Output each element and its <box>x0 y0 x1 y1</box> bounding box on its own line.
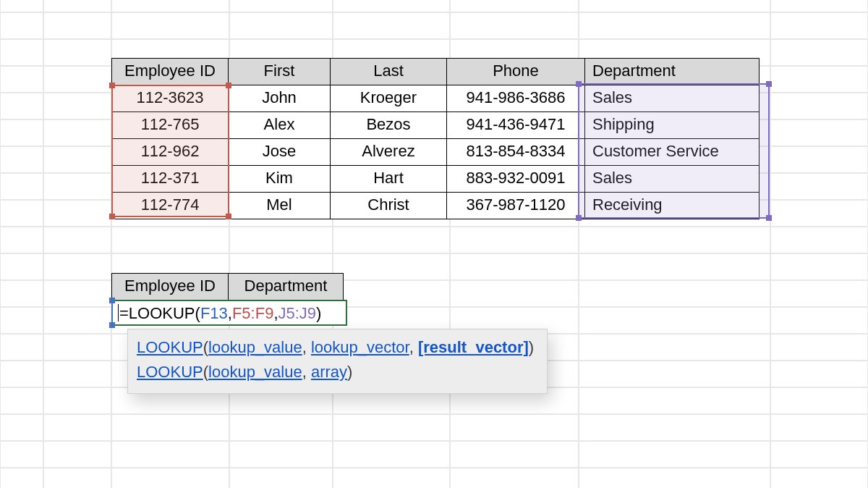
cell-last[interactable]: Alverez <box>331 139 447 166</box>
grid-cell[interactable] <box>579 307 770 334</box>
grid-cell[interactable] <box>0 361 43 387</box>
grid-cell[interactable] <box>43 307 111 334</box>
grid-cell[interactable] <box>43 441 111 468</box>
grid-cell[interactable] <box>450 12 579 39</box>
grid-cell[interactable] <box>450 468 579 488</box>
header-first[interactable]: First <box>229 59 331 85</box>
grid-cell[interactable] <box>0 280 43 307</box>
grid-cell[interactable] <box>333 0 450 12</box>
grid-cell[interactable] <box>333 468 450 488</box>
cell-employee-id[interactable]: 112-371 <box>112 166 229 193</box>
grid-cell[interactable] <box>770 39 868 66</box>
grid-cell[interactable] <box>0 253 43 280</box>
table-row[interactable]: 112-774MelChrist367-987-1120Receiving <box>112 193 760 219</box>
grid-cell[interactable] <box>229 441 333 468</box>
header-employee-id[interactable]: Employee ID <box>112 59 229 85</box>
grid-cell[interactable] <box>111 12 229 39</box>
cell-employee-id[interactable]: 112-3623 <box>112 85 229 112</box>
cell-phone[interactable]: 367-987-1120 <box>447 193 585 219</box>
grid-cell[interactable] <box>579 414 770 441</box>
grid-cell[interactable] <box>770 146 868 173</box>
table-row[interactable]: 112-765AlexBezos941-436-9471Shipping <box>112 112 760 139</box>
cell-phone[interactable]: 941-436-9471 <box>447 112 585 139</box>
grid-cell[interactable] <box>770 93 868 119</box>
grid-cell[interactable] <box>43 0 111 12</box>
grid-cell[interactable] <box>43 12 111 39</box>
grid-cell[interactable] <box>770 307 868 334</box>
grid-cell[interactable] <box>579 441 770 468</box>
grid-cell[interactable] <box>0 66 43 93</box>
grid-cell[interactable] <box>333 253 450 280</box>
grid-cell[interactable] <box>43 173 111 200</box>
grid-cell[interactable] <box>450 280 579 307</box>
grid-cell[interactable] <box>43 334 111 361</box>
grid-cell[interactable] <box>43 146 111 173</box>
spreadsheet[interactable]: Employee ID First Last Phone Department … <box>0 0 868 488</box>
grid-cell[interactable] <box>0 468 43 488</box>
cell-employee-id[interactable]: 112-962 <box>112 139 229 166</box>
grid-cell[interactable] <box>43 39 111 66</box>
grid-cell[interactable] <box>770 280 868 307</box>
grid-cell[interactable] <box>229 414 333 441</box>
grid-cell[interactable] <box>43 387 111 414</box>
employee-table[interactable]: Employee ID First Last Phone Department … <box>111 58 760 219</box>
grid-cell[interactable] <box>0 387 43 414</box>
cell-department[interactable]: Shipping <box>585 112 760 139</box>
grid-cell[interactable] <box>43 200 111 227</box>
cell-last[interactable]: Christ <box>331 193 447 219</box>
tooltip-signature-1[interactable]: LOOKUP(lookup_value, lookup_vector, [res… <box>137 335 534 360</box>
lookup-header-department[interactable]: Department <box>229 274 344 300</box>
cell-first[interactable]: Jose <box>229 139 331 166</box>
grid-cell[interactable] <box>111 0 229 12</box>
header-phone[interactable]: Phone <box>447 59 585 85</box>
grid-cell[interactable] <box>111 227 229 253</box>
grid-cell[interactable] <box>770 227 868 253</box>
cell-last[interactable]: Bezos <box>331 112 447 139</box>
grid-cell[interactable] <box>579 227 770 253</box>
cell-first[interactable]: Alex <box>229 112 331 139</box>
table-row[interactable]: 112-962JoseAlverez813-854-8334Customer S… <box>112 139 760 166</box>
grid-cell[interactable] <box>43 253 111 280</box>
grid-cell[interactable] <box>229 0 333 12</box>
grid-cell[interactable] <box>579 12 770 39</box>
grid-cell[interactable] <box>770 468 868 488</box>
grid-cell[interactable] <box>579 361 770 387</box>
grid-cell[interactable] <box>43 93 111 119</box>
grid-cell[interactable] <box>770 119 868 146</box>
grid-cell[interactable] <box>229 12 333 39</box>
grid-cell[interactable] <box>579 468 770 488</box>
grid-cell[interactable] <box>0 0 43 12</box>
grid-cell[interactable] <box>43 66 111 93</box>
grid-cell[interactable] <box>111 468 229 488</box>
grid-cell[interactable] <box>43 361 111 387</box>
lookup-header-table[interactable]: Employee ID Department <box>111 273 344 300</box>
grid-cell[interactable] <box>770 200 868 227</box>
grid-cell[interactable] <box>333 414 450 441</box>
cell-first[interactable]: Mel <box>229 193 331 219</box>
cell-phone[interactable]: 883-932-0091 <box>447 166 585 193</box>
cell-employee-id[interactable]: 112-774 <box>112 193 229 219</box>
table-row[interactable]: 112-371KimHart883-932-0091Sales <box>112 166 760 193</box>
grid-cell[interactable] <box>579 280 770 307</box>
grid-cell[interactable] <box>0 334 43 361</box>
grid-cell[interactable] <box>0 414 43 441</box>
cell-last[interactable]: Hart <box>331 166 447 193</box>
grid-cell[interactable] <box>333 280 450 307</box>
cell-department[interactable]: Sales <box>585 166 760 193</box>
header-department[interactable]: Department <box>585 59 760 85</box>
grid-cell[interactable] <box>770 414 868 441</box>
grid-cell[interactable] <box>0 12 43 39</box>
grid-cell[interactable] <box>770 387 868 414</box>
grid-cell[interactable] <box>229 468 333 488</box>
grid-cell[interactable] <box>43 119 111 146</box>
grid-cell[interactable] <box>0 227 43 253</box>
header-last[interactable]: Last <box>331 59 447 85</box>
lookup-header-employee-id[interactable]: Employee ID <box>112 274 229 300</box>
grid-cell[interactable] <box>770 253 868 280</box>
grid-cell[interactable] <box>579 253 770 280</box>
grid-cell[interactable] <box>450 227 579 253</box>
grid-cell[interactable] <box>43 468 111 488</box>
grid-cell[interactable] <box>333 12 450 39</box>
cell-phone[interactable]: 813-854-8334 <box>447 139 585 166</box>
cell-department[interactable]: Sales <box>585 85 760 112</box>
